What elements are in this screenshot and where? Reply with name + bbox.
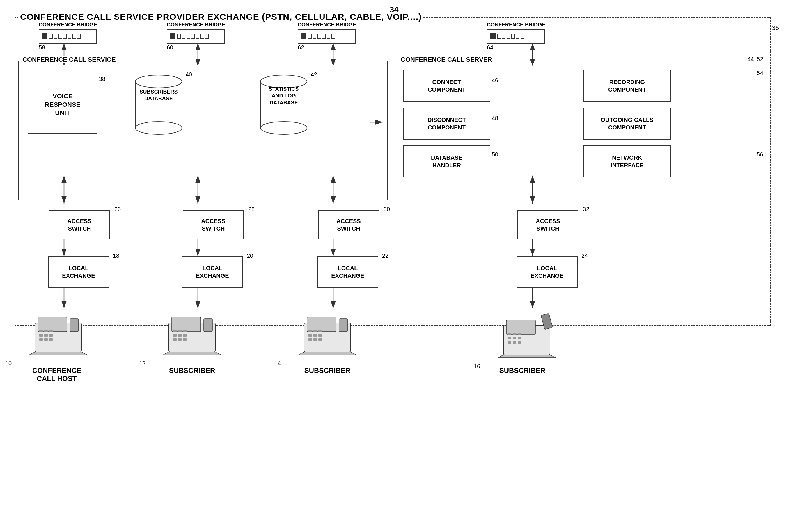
ref-58: 58 [39, 44, 97, 51]
svg-rect-62 [313, 334, 317, 336]
stats-db-label: STATISTICSAND LOGDATABASE [258, 86, 310, 106]
ref-54: 54 [757, 70, 763, 77]
as30-label: ACCESSSWITCH [336, 217, 360, 232]
svg-rect-56 [307, 317, 336, 332]
ref-62: 62 [298, 44, 356, 51]
svg-rect-32 [39, 330, 43, 332]
svg-rect-58 [309, 330, 312, 332]
svg-rect-64 [309, 338, 312, 341]
cb58-box [39, 29, 97, 44]
svg-marker-80 [498, 355, 556, 358]
ref-42: 42 [311, 71, 317, 78]
ref-60: 60 [167, 44, 225, 51]
cb64-box [487, 29, 545, 44]
bp6 [200, 34, 204, 39]
cb62-ports [308, 34, 335, 39]
phone-14 [298, 308, 356, 356]
bp6 [73, 34, 76, 39]
ccs-label: CONFERENCE CALL SERVICE [21, 56, 117, 63]
svg-rect-57 [339, 319, 348, 332]
cb60-ports [177, 34, 209, 39]
svg-rect-71 [508, 333, 511, 335]
access-switch-28: ACCESSSWITCH [183, 210, 244, 239]
outer-box-label: CONFERENCE CALL SERVICE PROVIDER EXCHANG… [18, 12, 423, 22]
network-interface-box: NETWORKINTERFACE [584, 145, 671, 178]
as32-label: ACCESSSWITCH [536, 217, 560, 232]
svg-rect-75 [513, 337, 516, 340]
outgoing-calls-component-label: OUTGOING CALLSCOMPONENT [600, 116, 653, 131]
ref-24: 24 [582, 252, 588, 259]
svg-point-20 [135, 75, 182, 88]
svg-rect-44 [204, 319, 212, 332]
svg-marker-54 [163, 352, 221, 355]
conf-bridge-58: CONFERENCE BRIDGE 58 [39, 22, 97, 51]
ccs-server-label: CONFERENCE CALL SERVER [399, 56, 494, 63]
svg-rect-47 [183, 330, 186, 332]
svg-rect-43 [172, 317, 201, 332]
ref-14: 14 [274, 360, 281, 367]
svg-rect-50 [183, 334, 186, 336]
svg-rect-33 [44, 330, 48, 332]
bp1 [49, 34, 53, 39]
network-interface-label: NETWORKINTERFACE [610, 154, 643, 169]
caption-12: SUBSCRIBER [163, 367, 221, 375]
ref-22: 22 [382, 252, 389, 259]
svg-rect-63 [318, 334, 322, 336]
ref-40: 40 [186, 71, 192, 78]
conf-bridge-60: CONFERENCE BRIDGE 60 [167, 22, 225, 51]
svg-rect-79 [518, 341, 521, 344]
bp1 [308, 34, 312, 39]
ref-30: 30 [383, 206, 390, 212]
svg-rect-77 [508, 341, 511, 344]
svg-rect-73 [518, 333, 521, 335]
svg-rect-30 [38, 317, 67, 332]
access-switch-26: ACCESSSWITCH [49, 210, 110, 239]
bp3 [186, 34, 190, 39]
conf-bridge-62: CONFERENCE BRIDGE 62 [298, 22, 356, 51]
outgoing-calls-component-box: OUTGOING CALLSCOMPONENT [584, 108, 671, 140]
bp5 [68, 34, 71, 39]
local-exchange-24: LOCALEXCHANGE [516, 256, 578, 288]
le18-label: LOCALEXCHANGE [62, 264, 95, 280]
le20-label: LOCALEXCHANGE [196, 264, 229, 280]
svg-rect-74 [508, 337, 511, 340]
ref-12: 12 [139, 360, 145, 367]
svg-rect-76 [518, 337, 521, 340]
cb62-label: CONFERENCE BRIDGE [298, 22, 356, 28]
ref-38: 38 [99, 76, 105, 82]
bp6 [331, 34, 335, 39]
bp2 [182, 34, 185, 39]
svg-rect-35 [39, 334, 43, 336]
svg-rect-49 [178, 334, 182, 336]
bp4 [191, 34, 195, 39]
outer-provider-box: CONFERENCE CALL SERVICE PROVIDER EXCHANG… [15, 18, 771, 326]
ref-52: 52 [757, 56, 763, 63]
svg-rect-72 [513, 333, 516, 335]
caption-16: SUBSCRIBER [493, 367, 551, 375]
recording-component-label: RECORDINGCOMPONENT [608, 78, 646, 94]
ref-36: 36 [772, 24, 779, 32]
bp2 [502, 34, 506, 39]
cb64-label: CONFERENCE BRIDGE [487, 22, 545, 28]
phone-12 [163, 308, 221, 356]
recording-component-box: RECORDINGCOMPONENT [584, 70, 671, 102]
disconnect-component-label: DISCONNECTCOMPONENT [428, 116, 466, 131]
bp2 [54, 34, 57, 39]
phone14-svg [298, 308, 356, 355]
svg-rect-60 [318, 330, 322, 332]
ref-18: 18 [113, 252, 119, 259]
caption-10: CONFERENCECALL HOST [19, 367, 95, 383]
disconnect-component-box: DISCONNECTCOMPONENT [403, 108, 490, 140]
database-handler-box: DATABASEHANDLER [403, 145, 490, 178]
phone10-svg [29, 308, 87, 355]
phone16-svg [498, 308, 562, 361]
phone12-svg [163, 308, 221, 355]
ref-50: 50 [492, 151, 498, 158]
caption-14: SUBSCRIBER [298, 367, 356, 375]
bp2 [313, 34, 316, 39]
cb64-square [490, 34, 496, 39]
cb58-label: CONFERENCE BRIDGE [39, 22, 97, 28]
svg-rect-46 [178, 330, 182, 332]
phone-10 [29, 308, 87, 356]
cb58-square [42, 34, 47, 39]
